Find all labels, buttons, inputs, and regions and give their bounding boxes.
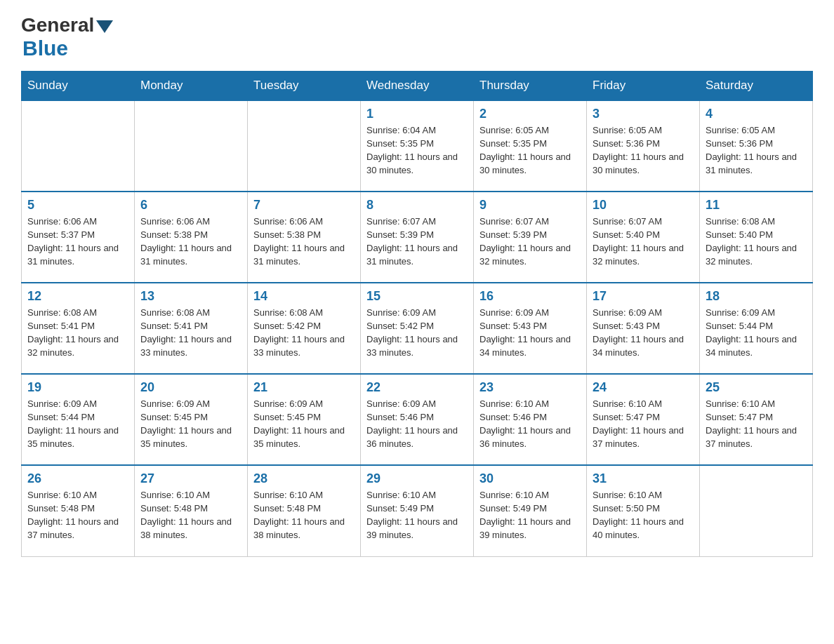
day-cell-12: 12Sunrise: 6:08 AM Sunset: 5:41 PM Dayli… <box>22 283 135 374</box>
day-cell-18: 18Sunrise: 6:09 AM Sunset: 5:44 PM Dayli… <box>700 283 813 374</box>
day-info-30: Sunrise: 6:10 AM Sunset: 5:49 PM Dayligh… <box>479 489 581 542</box>
logo: General Blue <box>21 14 113 60</box>
page-header: General Blue <box>21 14 813 60</box>
day-number-24: 24 <box>593 380 694 395</box>
day-cell-31: 31Sunrise: 6:10 AM Sunset: 5:50 PM Dayli… <box>587 465 700 556</box>
day-header-monday: Monday <box>135 72 248 101</box>
day-info-17: Sunrise: 6:09 AM Sunset: 5:43 PM Dayligh… <box>593 307 694 359</box>
day-number-10: 10 <box>593 198 694 213</box>
day-number-5: 5 <box>27 198 128 213</box>
day-info-13: Sunrise: 6:08 AM Sunset: 5:41 PM Dayligh… <box>140 307 241 359</box>
day-info-5: Sunrise: 6:06 AM Sunset: 5:37 PM Dayligh… <box>27 215 128 268</box>
day-number-25: 25 <box>706 380 807 395</box>
day-cell-11: 11Sunrise: 6:08 AM Sunset: 5:40 PM Dayli… <box>700 192 813 283</box>
day-cell-27: 27Sunrise: 6:10 AM Sunset: 5:48 PM Dayli… <box>135 465 248 556</box>
day-number-21: 21 <box>253 380 355 395</box>
day-info-26: Sunrise: 6:10 AM Sunset: 5:48 PM Dayligh… <box>27 489 128 542</box>
day-info-4: Sunrise: 6:05 AM Sunset: 5:36 PM Dayligh… <box>706 124 807 177</box>
empty-cell <box>248 100 361 192</box>
empty-cell <box>135 100 248 192</box>
day-info-19: Sunrise: 6:09 AM Sunset: 5:44 PM Dayligh… <box>27 398 128 450</box>
day-number-1: 1 <box>366 107 468 121</box>
day-number-16: 16 <box>479 289 581 304</box>
day-cell-3: 3Sunrise: 6:05 AM Sunset: 5:36 PM Daylig… <box>587 100 700 192</box>
day-info-8: Sunrise: 6:07 AM Sunset: 5:39 PM Dayligh… <box>366 215 468 268</box>
calendar-table: SundayMondayTuesdayWednesdayThursdayFrid… <box>21 71 813 557</box>
day-cell-24: 24Sunrise: 6:10 AM Sunset: 5:47 PM Dayli… <box>587 374 700 465</box>
calendar-header-row: SundayMondayTuesdayWednesdayThursdayFrid… <box>22 72 813 101</box>
day-info-12: Sunrise: 6:08 AM Sunset: 5:41 PM Dayligh… <box>27 307 128 359</box>
logo-arrow-icon <box>96 20 113 33</box>
day-cell-28: 28Sunrise: 6:10 AM Sunset: 5:48 PM Dayli… <box>248 465 361 556</box>
day-number-3: 3 <box>593 107 694 121</box>
day-header-tuesday: Tuesday <box>248 72 361 101</box>
week-row-5: 26Sunrise: 6:10 AM Sunset: 5:48 PM Dayli… <box>22 465 813 556</box>
day-info-24: Sunrise: 6:10 AM Sunset: 5:47 PM Dayligh… <box>593 398 694 450</box>
day-number-13: 13 <box>140 289 241 304</box>
day-cell-13: 13Sunrise: 6:08 AM Sunset: 5:41 PM Dayli… <box>135 283 248 374</box>
day-cell-5: 5Sunrise: 6:06 AM Sunset: 5:37 PM Daylig… <box>22 192 135 283</box>
day-cell-29: 29Sunrise: 6:10 AM Sunset: 5:49 PM Dayli… <box>361 465 474 556</box>
day-info-10: Sunrise: 6:07 AM Sunset: 5:40 PM Dayligh… <box>593 215 694 268</box>
day-number-9: 9 <box>479 198 581 213</box>
day-number-29: 29 <box>366 471 468 486</box>
day-info-18: Sunrise: 6:09 AM Sunset: 5:44 PM Dayligh… <box>706 307 807 359</box>
day-cell-15: 15Sunrise: 6:09 AM Sunset: 5:42 PM Dayli… <box>361 283 474 374</box>
day-number-4: 4 <box>706 107 807 121</box>
day-cell-26: 26Sunrise: 6:10 AM Sunset: 5:48 PM Dayli… <box>22 465 135 556</box>
day-info-31: Sunrise: 6:10 AM Sunset: 5:50 PM Dayligh… <box>593 489 694 542</box>
empty-cell <box>700 465 813 556</box>
day-cell-21: 21Sunrise: 6:09 AM Sunset: 5:45 PM Dayli… <box>248 374 361 465</box>
day-cell-25: 25Sunrise: 6:10 AM Sunset: 5:47 PM Dayli… <box>700 374 813 465</box>
day-number-18: 18 <box>706 289 807 304</box>
day-cell-10: 10Sunrise: 6:07 AM Sunset: 5:40 PM Dayli… <box>587 192 700 283</box>
day-info-6: Sunrise: 6:06 AM Sunset: 5:38 PM Dayligh… <box>140 215 241 268</box>
day-cell-23: 23Sunrise: 6:10 AM Sunset: 5:46 PM Dayli… <box>474 374 587 465</box>
day-cell-8: 8Sunrise: 6:07 AM Sunset: 5:39 PM Daylig… <box>361 192 474 283</box>
day-number-26: 26 <box>27 471 128 486</box>
day-info-14: Sunrise: 6:08 AM Sunset: 5:42 PM Dayligh… <box>253 307 355 359</box>
day-number-8: 8 <box>366 198 468 213</box>
day-info-23: Sunrise: 6:10 AM Sunset: 5:46 PM Dayligh… <box>479 398 581 450</box>
day-cell-16: 16Sunrise: 6:09 AM Sunset: 5:43 PM Dayli… <box>474 283 587 374</box>
day-number-17: 17 <box>593 289 694 304</box>
day-cell-14: 14Sunrise: 6:08 AM Sunset: 5:42 PM Dayli… <box>248 283 361 374</box>
day-number-2: 2 <box>479 107 581 121</box>
day-number-19: 19 <box>27 380 128 395</box>
logo-general-text: General <box>21 14 94 36</box>
day-header-thursday: Thursday <box>474 72 587 101</box>
day-number-20: 20 <box>140 380 241 395</box>
day-info-16: Sunrise: 6:09 AM Sunset: 5:43 PM Dayligh… <box>479 307 581 359</box>
day-info-21: Sunrise: 6:09 AM Sunset: 5:45 PM Dayligh… <box>253 398 355 450</box>
day-info-11: Sunrise: 6:08 AM Sunset: 5:40 PM Dayligh… <box>706 215 807 268</box>
day-info-29: Sunrise: 6:10 AM Sunset: 5:49 PM Dayligh… <box>366 489 468 542</box>
day-cell-30: 30Sunrise: 6:10 AM Sunset: 5:49 PM Dayli… <box>474 465 587 556</box>
day-cell-4: 4Sunrise: 6:05 AM Sunset: 5:36 PM Daylig… <box>700 100 813 192</box>
day-info-27: Sunrise: 6:10 AM Sunset: 5:48 PM Dayligh… <box>140 489 241 542</box>
day-info-3: Sunrise: 6:05 AM Sunset: 5:36 PM Dayligh… <box>593 124 694 177</box>
day-info-1: Sunrise: 6:04 AM Sunset: 5:35 PM Dayligh… <box>366 124 468 177</box>
day-info-25: Sunrise: 6:10 AM Sunset: 5:47 PM Dayligh… <box>706 398 807 450</box>
day-number-31: 31 <box>593 471 694 486</box>
day-number-22: 22 <box>366 380 468 395</box>
day-info-28: Sunrise: 6:10 AM Sunset: 5:48 PM Dayligh… <box>253 489 355 542</box>
week-row-1: 1Sunrise: 6:04 AM Sunset: 5:35 PM Daylig… <box>22 100 813 192</box>
day-number-27: 27 <box>140 471 241 486</box>
day-header-sunday: Sunday <box>22 72 135 101</box>
day-header-saturday: Saturday <box>700 72 813 101</box>
day-number-11: 11 <box>706 198 807 213</box>
day-number-6: 6 <box>140 198 241 213</box>
day-info-15: Sunrise: 6:09 AM Sunset: 5:42 PM Dayligh… <box>366 307 468 359</box>
day-info-9: Sunrise: 6:07 AM Sunset: 5:39 PM Dayligh… <box>479 215 581 268</box>
day-cell-17: 17Sunrise: 6:09 AM Sunset: 5:43 PM Dayli… <box>587 283 700 374</box>
day-info-22: Sunrise: 6:09 AM Sunset: 5:46 PM Dayligh… <box>366 398 468 450</box>
day-number-15: 15 <box>366 289 468 304</box>
day-info-2: Sunrise: 6:05 AM Sunset: 5:35 PM Dayligh… <box>479 124 581 177</box>
day-cell-7: 7Sunrise: 6:06 AM Sunset: 5:38 PM Daylig… <box>248 192 361 283</box>
day-cell-2: 2Sunrise: 6:05 AM Sunset: 5:35 PM Daylig… <box>474 100 587 192</box>
empty-cell <box>22 100 135 192</box>
day-number-30: 30 <box>479 471 581 486</box>
day-header-friday: Friday <box>587 72 700 101</box>
week-row-2: 5Sunrise: 6:06 AM Sunset: 5:37 PM Daylig… <box>22 192 813 283</box>
day-number-23: 23 <box>479 380 581 395</box>
